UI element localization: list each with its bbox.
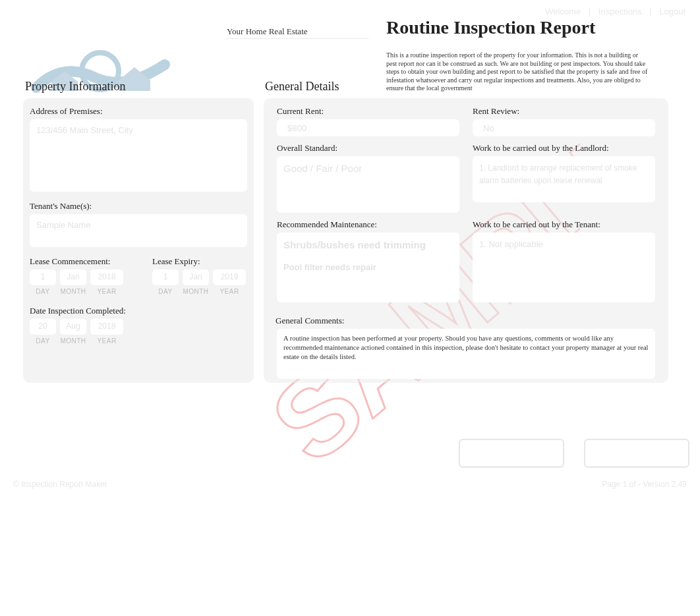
current-rent-label: Current Rent: xyxy=(277,106,459,117)
lease-comm-year: 2018 xyxy=(90,269,123,285)
top-nav: Welcome | Inspections | Logout xyxy=(542,7,688,16)
nav-inspections[interactable]: Inspections xyxy=(598,7,642,16)
lease-comm-day: 1 xyxy=(30,269,56,285)
lease-commencement-label: Lease Commencement: xyxy=(30,256,123,267)
signature-box-1 xyxy=(459,439,564,468)
property-section-title: Property Information xyxy=(25,80,125,94)
general-section-title: General Details xyxy=(265,80,339,94)
lease-exp-day: 1 xyxy=(152,269,179,285)
rent-review-label: Rent Review: xyxy=(473,106,655,117)
tenant-work-value: 1. Not applicable xyxy=(479,239,543,249)
general-comments-box: A routine inspection has been performed … xyxy=(277,329,655,379)
dmy-year: YEAR xyxy=(90,288,123,295)
signature-row xyxy=(0,439,700,468)
disclaimer-text: This is a routine inspection report of t… xyxy=(386,51,650,93)
general-comments-label: General Comments: xyxy=(276,316,655,326)
nav-welcome[interactable]: Welcome xyxy=(545,7,581,16)
overall-standard-value: Good / Fair / Poor xyxy=(283,163,362,174)
footer-copyright: © Inspection Report Maker xyxy=(13,480,107,489)
lease-exp-year: 2019 xyxy=(213,269,246,285)
tenant-work-box: 1. Not applicable xyxy=(473,233,655,302)
lease-expiry-label: Lease Expiry: xyxy=(152,256,246,267)
tenant-box: Sample Name xyxy=(30,214,247,247)
dmy-day: DAY xyxy=(30,288,56,295)
landlord-work-box: 1. Landlord to arrange replacement of sm… xyxy=(473,156,655,202)
agency-name: Your Home Real Estate xyxy=(227,26,308,37)
insp-day: 20 xyxy=(30,319,56,335)
property-panel: Address of Premises: 123/456 Main Street… xyxy=(23,98,254,383)
insp-year: 2018 xyxy=(90,319,123,335)
lease-exp-month: Jan xyxy=(183,269,209,285)
nav-logout[interactable]: Logout xyxy=(659,7,685,16)
address-value: 123/456 Main Street, City xyxy=(36,125,241,137)
tenant-work-label: Work to be carried out by the Tenant: xyxy=(473,219,655,230)
current-rent-box: $800 xyxy=(277,119,459,136)
lease-comm-month: Jan xyxy=(60,269,86,285)
current-rent-value: $800 xyxy=(287,123,306,133)
overall-standard-label: Overall Standard: xyxy=(277,143,459,154)
general-comments-value: A routine inspection has been performed … xyxy=(283,335,649,360)
signature-box-2 xyxy=(584,439,689,468)
landlord-work-label: Work to be carried out by the Landlord: xyxy=(473,143,655,154)
recommended-maintenance-box: Shrubs/bushes need trimming Pool filter … xyxy=(277,233,459,302)
maint-value-2: Pool filter needs repair xyxy=(283,262,453,274)
rent-review-value: No xyxy=(483,123,494,133)
dmy-month: MONTH xyxy=(60,288,86,295)
tenant-value: Sample Name xyxy=(36,219,241,232)
recommended-maintenance-label: Recommended Maintenance: xyxy=(277,219,459,230)
inspection-date-label: Date Inspection Completed: xyxy=(30,306,247,316)
agency-underline xyxy=(227,38,368,39)
landlord-work-value: 1. Landlord to arrange replacement of sm… xyxy=(479,163,637,185)
footer-page-info: Page 1 of - Version 2.49 xyxy=(602,480,687,489)
maint-value-1: Shrubs/bushes need trimming xyxy=(283,238,453,252)
address-box: 123/456 Main Street, City xyxy=(30,119,247,192)
page-title: Routine Inspection Report xyxy=(386,17,595,38)
address-label: Address of Premises: xyxy=(30,106,247,117)
rent-review-box: No xyxy=(473,119,655,136)
tenant-label: Tenant's Name(s): xyxy=(30,201,247,211)
overall-standard-box: Good / Fair / Poor xyxy=(277,156,459,213)
insp-month: Aug xyxy=(60,319,86,335)
general-panel: Current Rent: $800 Rent Review: No Overa… xyxy=(264,98,668,383)
